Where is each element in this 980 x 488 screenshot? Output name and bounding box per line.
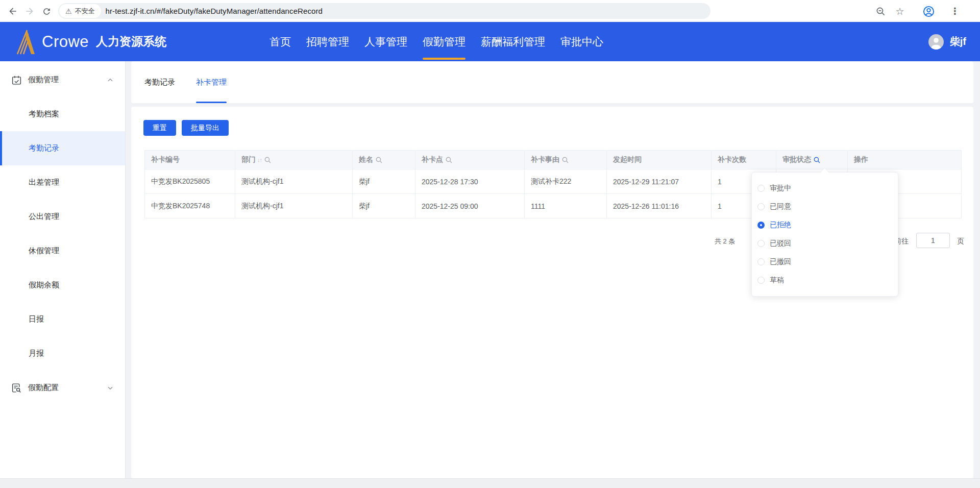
cell-employee_name: 柴jf — [353, 169, 415, 194]
back-icon[interactable] — [6, 5, 19, 18]
sidebar-group-attendance-config[interactable]: 假勤配置 — [0, 371, 125, 405]
security-chip[interactable]: ⚠ 不安全 — [59, 4, 101, 18]
col-header-label: 部门 — [241, 155, 256, 164]
address-bar[interactable]: ⚠ 不安全 hr-test.zjf-it.cn/#/fakeDuty/fakeD… — [58, 3, 710, 19]
col-header-label: 姓名 — [359, 155, 373, 164]
col-header-department: 部门↓↑ — [235, 151, 353, 169]
status-option-approved[interactable]: 已同意 — [752, 198, 898, 216]
nav-item-hr[interactable]: 人事管理 — [364, 22, 407, 61]
cell-start_time: 2025-12-26 11:01:16 — [607, 194, 712, 218]
status-option-label: 已同意 — [770, 202, 791, 211]
brand: Crowe 人力资源系统 — [15, 22, 166, 61]
calendar-check-icon — [11, 75, 22, 85]
browser-menu-icon[interactable]: ⋮ — [948, 5, 962, 18]
radio-icon — [757, 240, 765, 247]
crowe-logo-icon — [15, 29, 36, 55]
zoom-out-icon[interactable] — [874, 5, 887, 18]
sidebar-item-vacation[interactable]: 休假管理 — [0, 234, 125, 268]
col-header-label: 补卡编号 — [151, 155, 180, 164]
table-header-row: 补卡编号部门↓↑姓名补卡点补卡事由发起时间补卡次数审批状态操作 — [145, 151, 962, 169]
nav-item-recruit[interactable]: 招聘管理 — [306, 22, 349, 61]
cell-record_no: 中竞发BK2025748 — [145, 194, 235, 218]
page-number-input[interactable] — [916, 233, 950, 248]
profile-icon[interactable] — [922, 5, 935, 18]
radio-icon — [757, 258, 765, 265]
col-header-inner: 补卡次数 — [718, 155, 746, 164]
status-option-approving[interactable]: 审批中 — [752, 179, 898, 198]
nav-item-home[interactable]: 首页 — [270, 22, 291, 61]
cell-department: 测试机构-cjf1 — [235, 194, 353, 218]
bookmark-star-icon[interactable]: ☆ — [893, 5, 906, 18]
sidebar-group-label: 假勤管理 — [28, 75, 59, 85]
col-header-approval_status: 审批状态 — [776, 151, 848, 169]
sidebar-item-business-trip[interactable]: 出差管理 — [0, 165, 125, 200]
chevron-down-icon — [107, 384, 114, 392]
toolbar: 重置 批量导出 — [143, 120, 229, 136]
status-option-label: 已拒绝 — [770, 221, 791, 230]
sidebar-item-monthly-report[interactable]: 月报 — [0, 336, 125, 371]
status-option-returned[interactable]: 已驳回 — [752, 234, 898, 253]
cell-punch_point: 2025-12-25 09:00 — [415, 194, 525, 218]
sidebar-item-daily-report[interactable]: 日报 — [0, 302, 125, 336]
search-filter-icon-approval_status[interactable] — [814, 157, 820, 163]
col-header-label: 操作 — [854, 155, 868, 164]
status-option-label: 审批中 — [770, 184, 791, 193]
col-header-label: 补卡次数 — [718, 155, 746, 164]
radio-icon — [757, 277, 765, 284]
col-header-inner: 操作 — [854, 155, 868, 164]
col-header-label: 补卡点 — [422, 155, 443, 164]
nav-item-approval[interactable]: 审批中心 — [560, 22, 603, 61]
radio-icon — [757, 203, 765, 210]
batch-export-button[interactable]: 批量导出 — [182, 120, 229, 136]
sidebar-group-attendance-mgmt[interactable]: 假勤管理 — [0, 63, 125, 97]
brand-app-name: 人力资源系统 — [96, 34, 166, 50]
main-nav: 首页招聘管理人事管理假勤管理薪酬福利管理审批中心 — [270, 22, 603, 61]
nav-item-attendance[interactable]: 假勤管理 — [423, 22, 465, 61]
search-filter-icon-employee_name[interactable] — [376, 157, 382, 163]
tab-bar: 考勤记录补卡管理 — [144, 61, 227, 103]
cell-start_time: 2025-12-29 11:21:07 — [607, 169, 712, 194]
avatar — [928, 34, 944, 50]
status-option-rejected[interactable]: 已拒绝 — [752, 216, 898, 234]
col-header-inner: 部门↓↑ — [241, 155, 271, 164]
sidebar-item-outing[interactable]: 公出管理 — [0, 200, 125, 234]
col-header-punch_count: 补卡次数 — [712, 151, 776, 169]
cell-reason: 测试补卡222 — [525, 169, 607, 194]
sidebar-menu: 假勤管理考勤档案考勤记录出差管理公出管理休假管理假期余额日报月报假勤配置 — [0, 61, 126, 478]
sidebar-item-balance[interactable]: 假期余额 — [0, 268, 125, 302]
app-window: ⚠ 不安全 hr-test.zjf-it.cn/#/fakeDuty/fakeD… — [0, 0, 980, 488]
horizontal-scrollbar[interactable] — [0, 478, 980, 488]
sidebar-item-archive[interactable]: 考勤档案 — [0, 97, 125, 131]
cell-punch_point: 2025-12-28 17:30 — [415, 169, 525, 194]
cell-record_no: 中竞发BK2025805 — [145, 169, 235, 194]
browser-toolbar: ⚠ 不安全 hr-test.zjf-it.cn/#/fakeDuty/fakeD… — [0, 0, 980, 22]
app-header: Crowe 人力资源系统 首页招聘管理人事管理假勤管理薪酬福利管理审批中心 柴j… — [0, 22, 980, 61]
tab-card-replacement[interactable]: 补卡管理 — [196, 61, 227, 103]
refresh-icon[interactable] — [40, 5, 53, 18]
search-filter-icon-department[interactable] — [264, 157, 271, 163]
forward-icon[interactable] — [23, 5, 36, 18]
user-block[interactable]: 柴jf — [928, 22, 966, 61]
sidebar-item-record[interactable]: 考勤记录 — [0, 131, 125, 165]
sort-icon[interactable]: ↓↑ — [257, 157, 262, 163]
nav-item-payroll[interactable]: 薪酬福利管理 — [481, 22, 545, 61]
col-header-reason: 补卡事由 — [525, 151, 607, 169]
reset-button[interactable]: 重置 — [143, 120, 176, 136]
col-header-label: 补卡事由 — [531, 155, 559, 164]
col-header-inner: 补卡编号 — [151, 155, 180, 164]
col-header-inner: 发起时间 — [613, 155, 642, 164]
col-header-inner: 姓名 — [359, 155, 382, 164]
radio-icon — [757, 185, 765, 192]
search-filter-icon-punch_point[interactable] — [446, 157, 452, 163]
search-filter-icon-reason[interactable] — [562, 157, 569, 163]
col-header-start_time: 发起时间 — [607, 151, 712, 169]
col-header-record_no: 补卡编号 — [145, 151, 235, 169]
col-header-employee_name: 姓名 — [353, 151, 415, 169]
tab-card: 考勤记录补卡管理 — [131, 61, 973, 103]
chevron-up-icon — [107, 77, 114, 84]
status-option-draft[interactable]: 草稿 — [752, 271, 898, 289]
tab-attendance-record[interactable]: 考勤记录 — [144, 61, 175, 103]
table-head: 补卡编号部门↓↑姓名补卡点补卡事由发起时间补卡次数审批状态操作 — [145, 151, 962, 169]
status-option-withdrawn[interactable]: 已撤回 — [752, 253, 898, 271]
col-header-inner: 补卡事由 — [531, 155, 569, 164]
